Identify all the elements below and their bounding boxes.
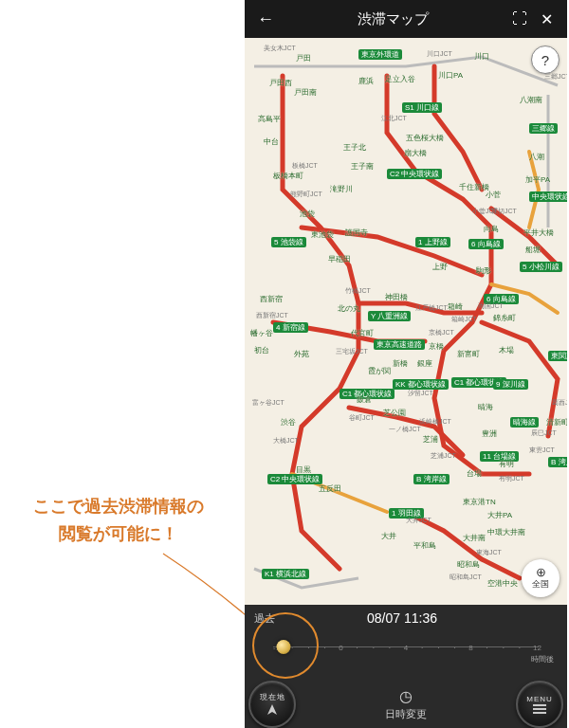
junction-label: 三宅坂JCT bbox=[336, 347, 368, 356]
route-badge: C2 中央環状線 bbox=[387, 169, 442, 179]
junction-label: 汐留JCT bbox=[408, 389, 433, 398]
route-badge: 東京外環道 bbox=[358, 49, 402, 60]
app-screen: ← 渋滞マップ ⛶ ✕ bbox=[245, 0, 567, 728]
route-badge: 中央環状線 bbox=[529, 191, 567, 202]
close-icon[interactable]: ✕ bbox=[533, 10, 560, 28]
slider-tick: · bbox=[387, 644, 393, 652]
station-label: 上野 bbox=[432, 262, 448, 272]
station-label: 新富町 bbox=[457, 349, 480, 359]
route-badge: 4 新宿線 bbox=[273, 322, 308, 333]
station-label: 加平PA bbox=[525, 174, 550, 185]
time-slider[interactable]: -1···0···4···8···12 時間後 bbox=[273, 631, 539, 673]
station-label: 向島 bbox=[484, 224, 499, 234]
clock-icon: ◷ bbox=[399, 687, 413, 705]
slider-tick: 8 bbox=[468, 644, 474, 652]
route-badge: 6 向島線 bbox=[468, 239, 504, 249]
change-datetime-button[interactable]: ◷ 日時変更 bbox=[296, 687, 516, 721]
station-label: 目黒 bbox=[296, 464, 311, 475]
station-label: 代官町 bbox=[351, 328, 374, 338]
station-label: 初台 bbox=[254, 345, 269, 355]
junction-label: 江戸橋JCT bbox=[415, 303, 448, 313]
station-label: 船堀 bbox=[525, 245, 541, 255]
page-title: 渋滞マップ bbox=[279, 10, 506, 28]
station-label: 王子南 bbox=[351, 161, 374, 172]
slider-thumb[interactable] bbox=[277, 640, 291, 654]
traffic-map[interactable]: ? ⊕ 全国 東京外環道S1 川口線C2 中央環状線5 池袋線1 上野線6 向島… bbox=[245, 38, 567, 605]
current-location-label: 現在地 bbox=[260, 692, 285, 702]
station-label: 駒形 bbox=[476, 265, 491, 276]
route-badge: K1 横浜北線 bbox=[262, 569, 309, 579]
station-label: 川口PA bbox=[438, 70, 463, 81]
junction-label: 京橋JCT bbox=[429, 328, 454, 337]
station-label: 銀座 bbox=[417, 358, 432, 369]
station-label: 芝公園 bbox=[383, 408, 406, 418]
help-button[interactable]: ? bbox=[531, 46, 560, 74]
menu-button[interactable]: MENU bbox=[516, 681, 563, 728]
station-label: 五色桜大橋 bbox=[406, 133, 444, 143]
station-label: 昭和島 bbox=[457, 559, 480, 570]
expand-icon[interactable]: ⛶ bbox=[506, 10, 533, 27]
station-label: 千住新橋 bbox=[459, 182, 489, 192]
junction-label: 大橋JCT bbox=[273, 436, 299, 446]
station-label: 戸田 bbox=[296, 53, 311, 64]
station-label: 板橋本町 bbox=[273, 171, 303, 181]
slider-unit: 時間後 bbox=[531, 654, 554, 664]
slider-tick: · bbox=[501, 644, 506, 652]
zoom-national-button[interactable]: ⊕ 全国 bbox=[522, 559, 560, 597]
junction-label: 富ヶ谷JCT bbox=[252, 398, 284, 408]
junction-label: 両国JCT bbox=[478, 301, 504, 311]
slider-tick: · bbox=[321, 644, 327, 652]
slider-tick: · bbox=[517, 644, 523, 652]
current-location-button[interactable]: 現在地 bbox=[248, 681, 296, 728]
datetime-display: 08/07 11:36 bbox=[275, 610, 529, 626]
slider-tick: · bbox=[451, 644, 457, 652]
slider-tick: · bbox=[371, 644, 376, 652]
station-label: 大井PA bbox=[487, 510, 512, 520]
station-label: 王子北 bbox=[343, 142, 366, 153]
station-label: 早稲田 bbox=[328, 254, 351, 264]
junction-label: 辰巳JCT bbox=[531, 428, 557, 438]
station-label: 五反田 bbox=[319, 483, 341, 494]
route-badge: Y 八重洲線 bbox=[368, 311, 411, 321]
junction-label: 美女木JCT bbox=[264, 44, 296, 53]
station-label: 豊洲 bbox=[482, 428, 497, 439]
time-control-panel: 過去 08/07 11:36 -1···0···4···8···12 時間後 現… bbox=[245, 605, 567, 728]
station-label: 霞が関 bbox=[368, 366, 391, 376]
junction-label: 大井JCT bbox=[406, 516, 431, 525]
station-label: 箱崎 bbox=[448, 301, 463, 312]
callout-line2: 閲覧が可能に！ bbox=[59, 524, 178, 543]
station-label: 新橋 bbox=[393, 358, 408, 369]
station-label: 戸田南 bbox=[294, 87, 317, 98]
route-badge: 晴海線 bbox=[510, 417, 539, 428]
junction-label: 三郷JCT bbox=[544, 72, 567, 82]
slider-tick: 4 bbox=[403, 644, 409, 652]
menu-label: MENU bbox=[526, 695, 553, 703]
station-label: 東池袋 bbox=[311, 229, 334, 240]
station-label: 神田橋 bbox=[385, 292, 408, 302]
hamburger-icon bbox=[533, 704, 546, 714]
station-label: 幡ヶ谷 bbox=[250, 328, 273, 338]
slider-tick: · bbox=[485, 644, 490, 652]
station-label: 外苑 bbox=[294, 349, 309, 359]
route-badge: C2 中央環状線 bbox=[267, 474, 322, 484]
junction-label: 川口JCT bbox=[427, 49, 452, 59]
station-label: 錦糸町 bbox=[493, 313, 516, 323]
slider-tick: 0 bbox=[339, 644, 344, 652]
station-label: 芝浦 bbox=[423, 434, 438, 445]
route-badge: S1 川口線 bbox=[402, 102, 442, 113]
junction-label: 有明JCT bbox=[499, 474, 524, 483]
slider-tick: · bbox=[355, 644, 360, 652]
svg-rect-2 bbox=[533, 712, 546, 714]
junction-label: 板橋JCT bbox=[292, 161, 318, 171]
junction-label: 浜崎橋JCT bbox=[419, 417, 451, 427]
back-button[interactable]: ← bbox=[252, 9, 279, 29]
svg-rect-0 bbox=[533, 704, 546, 706]
route-badge: 5 小松川線 bbox=[520, 262, 562, 272]
bottom-button-row: 現在地 ◷ 日時変更 MENU bbox=[245, 684, 567, 728]
station-label: 京橋 bbox=[429, 341, 444, 352]
route-badge: 三郷線 bbox=[529, 123, 558, 134]
junction-label: 西新宿JCT bbox=[256, 311, 288, 320]
magnify-icon: ⊕ bbox=[536, 566, 546, 578]
slider-tick: · bbox=[305, 644, 311, 652]
change-datetime-label: 日時変更 bbox=[385, 707, 427, 721]
